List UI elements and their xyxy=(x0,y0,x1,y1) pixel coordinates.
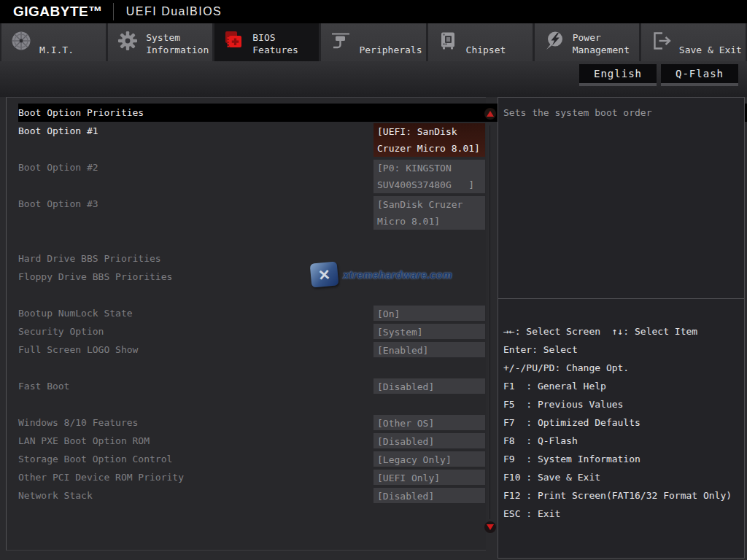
power-bolt-icon xyxy=(543,30,565,52)
scroll-up-arrow-icon[interactable] xyxy=(484,108,496,120)
tab-label: Peripherals xyxy=(359,44,422,56)
setting-row: Hard Drive BBS Priorities xyxy=(7,249,486,268)
setting-label[interactable]: Fast Boot xyxy=(18,377,69,395)
setting-row: Boot Option #2[P0: KINGSTON SUV400S37480… xyxy=(7,158,486,195)
setting-label[interactable]: Storage Boot Option Control xyxy=(18,450,172,468)
shortcut-line: F12 : Print Screen(FAT16/32 Format Only) xyxy=(503,486,743,505)
tab-power-management[interactable]: Power Management xyxy=(535,23,639,61)
setting-label[interactable]: Network Stack xyxy=(18,486,93,505)
scrollbar-track[interactable] xyxy=(489,125,490,519)
row-spacer xyxy=(7,359,486,377)
tab-chipset[interactable]: Chipset xyxy=(428,23,533,61)
setting-label[interactable]: Floppy Drive BBS Priorities xyxy=(18,268,172,286)
setting-label[interactable]: Windows 8/10 Features xyxy=(18,413,138,432)
setting-value[interactable]: [Disabled] xyxy=(374,378,485,394)
setting-row: Windows 8/10 Features[Other OS] xyxy=(7,413,486,432)
setting-label[interactable]: Other PCI Device ROM Priority xyxy=(18,468,184,486)
settings-rows: Boot Option PrioritiesBoot Option #1[UEF… xyxy=(7,104,486,505)
header-divider xyxy=(113,3,114,20)
setting-value[interactable]: [Enabled] xyxy=(374,342,485,357)
settings-panel: Boot Option PrioritiesBoot Option #1[UEF… xyxy=(6,97,486,551)
setting-label[interactable]: LAN PXE Boot Option ROM xyxy=(18,432,150,450)
gigabyte-logo: GIGABYTE™ xyxy=(13,4,103,20)
help-panel: Sets the system boot order →←: Select Sc… xyxy=(498,97,745,559)
bios-chips-icon xyxy=(223,30,245,52)
setting-label[interactable]: Boot Option #2 xyxy=(18,158,98,176)
setting-row: Fast Boot[Disabled] xyxy=(7,377,486,395)
tab-label: Save & Exit xyxy=(679,44,742,56)
language-button[interactable]: English xyxy=(579,64,657,86)
shortcut-line: F7 : Optimized Defaults xyxy=(503,413,743,432)
setting-value[interactable]: [UEFI: SanDisk Cruzer Micro 8.01] xyxy=(374,123,485,157)
tab-label: BIOS Features xyxy=(252,31,298,56)
tab-label: M.I.T. xyxy=(39,44,74,56)
setting-label[interactable]: Hard Drive BBS Priorities xyxy=(18,249,161,268)
setting-row: Storage Boot Option Control[Legacy Only] xyxy=(7,450,486,468)
row-spacer xyxy=(7,286,486,304)
setting-row: Security Option[System] xyxy=(7,322,486,341)
setting-value[interactable]: [System] xyxy=(374,324,485,339)
setting-row: Boot Option #1[UEFI: SanDisk Cruzer Micr… xyxy=(7,122,486,158)
peripherals-plug-icon xyxy=(330,30,352,52)
shortcut-line: +/-/PU/PD: Change Opt. xyxy=(503,359,743,377)
setting-row: Bootup NumLock State[On] xyxy=(7,304,486,322)
shortcut-line: F10 : Save & Exit xyxy=(503,468,743,486)
tab-peripherals[interactable]: Peripherals xyxy=(321,23,425,61)
setting-label[interactable]: Boot Option #3 xyxy=(18,195,98,213)
setting-row: Other PCI Device ROM Priority[UEFI Only] xyxy=(7,468,486,486)
tab-bar: M.I.T. System Information xyxy=(0,23,747,61)
setting-row: Network Stack[Disabled] xyxy=(7,486,486,505)
tab-label: Chipset xyxy=(466,44,506,56)
setting-label[interactable]: Boot Option #1 xyxy=(18,122,98,140)
bios-title: UEFI DualBIOS xyxy=(126,5,222,18)
setting-label[interactable]: Security Option xyxy=(18,322,104,341)
tab-save-exit[interactable]: Save & Exit xyxy=(641,23,746,61)
help-description: Sets the system boot order xyxy=(503,104,740,122)
shortcut-line: →←: Select Screen ↑↓: Select Item xyxy=(503,322,743,341)
setting-row: Boot Option #3[SanDisk Cruzer Micro 8.01… xyxy=(7,195,486,231)
setting-label[interactable]: Bootup NumLock State xyxy=(18,304,133,322)
save-exit-door-icon xyxy=(650,30,672,52)
setting-value[interactable]: [UEFI Only] xyxy=(374,470,485,485)
setting-row: LAN PXE Boot Option ROM[Disabled] xyxy=(7,432,486,450)
setting-row: Full Screen LOGO Show[Enabled] xyxy=(7,341,486,359)
setting-value[interactable]: [Legacy Only] xyxy=(374,451,485,467)
gear-icon xyxy=(117,30,139,52)
setting-row: Boot Option Priorities xyxy=(7,104,486,122)
shortcut-line: Enter: Select xyxy=(503,341,743,359)
row-spacer xyxy=(7,231,486,249)
shortcut-line: F5 : Previous Values xyxy=(503,395,743,413)
setting-value[interactable]: [On] xyxy=(374,306,485,321)
setting-value[interactable]: [Disabled] xyxy=(374,488,485,503)
tab-system-information[interactable]: System Information xyxy=(108,23,212,61)
shortcut-line: ESC : Exit xyxy=(503,505,743,523)
tab-label: Power Management xyxy=(573,31,630,56)
shortcut-line: F1 : General Help xyxy=(503,377,743,395)
shortcut-line: F9 : System Information xyxy=(503,450,743,468)
scroll-down-arrow-icon[interactable] xyxy=(484,521,496,533)
setting-value[interactable]: [Other OS] xyxy=(374,415,485,430)
setting-value[interactable]: [SanDisk Cruzer Micro 8.01] xyxy=(374,196,485,230)
mit-disc-icon xyxy=(10,30,32,52)
chipset-chip-icon xyxy=(437,30,459,52)
qflash-button[interactable]: Q-Flash xyxy=(661,64,738,86)
toolbar-strip: English Q-Flash xyxy=(0,61,747,97)
title-bar: GIGABYTE™ UEFI DualBIOS xyxy=(0,0,747,23)
tab-label: System Information xyxy=(146,31,209,56)
setting-value[interactable]: [P0: KINGSTON SUV400S37480G ] xyxy=(374,160,485,193)
shortcut-line: F8 : Q-Flash xyxy=(503,432,743,450)
row-spacer xyxy=(7,395,486,413)
tab-bios-features[interactable]: BIOS Features xyxy=(214,23,319,61)
tab-mit[interactable]: M.I.T. xyxy=(1,23,106,61)
setting-value[interactable]: [Disabled] xyxy=(374,433,485,448)
setting-label[interactable]: Full Screen LOGO Show xyxy=(18,341,138,359)
shortcut-legend: →←: Select Screen ↑↓: Select ItemEnter: … xyxy=(503,322,743,523)
help-divider xyxy=(498,298,744,299)
setting-row: Floppy Drive BBS Priorities xyxy=(7,268,486,286)
